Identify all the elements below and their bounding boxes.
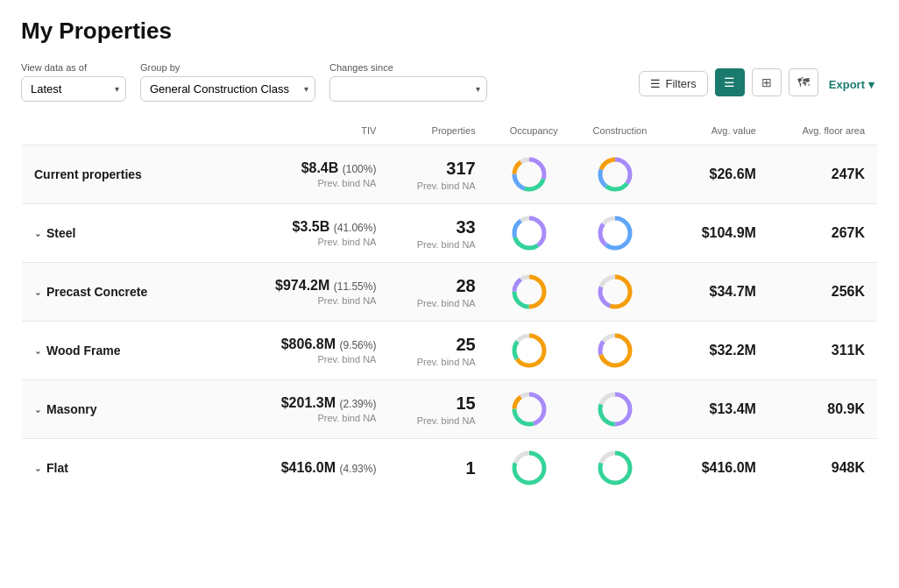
row-properties: 28 Prev. bind NA (388, 263, 487, 322)
row-occupancy (488, 263, 570, 322)
table-row: ⌄ Flat $416.0M (4.93%) 1 $416.0M 948K (22, 439, 878, 498)
page-title: My Properties (21, 18, 878, 45)
filters-label: Filters (665, 77, 696, 90)
row-construction (570, 145, 660, 204)
row-avg-floor: 256K (768, 263, 878, 322)
row-properties: 317 Prev. bind NA (388, 145, 487, 204)
expand-icon[interactable]: ⌄ (34, 229, 41, 238)
changes-since-select-wrapper: ▾ (329, 76, 487, 102)
row-label: Precast Concrete (46, 285, 147, 299)
group-by-select[interactable]: General Construction Class (140, 76, 315, 102)
table-row: ⌄ Masonry $201.3M (2.39%) Prev. bind NA … (22, 380, 878, 439)
row-tiv: $806.8M (9.56%) Prev. bind NA (240, 322, 389, 380)
row-tiv: $8.4B (100%) Prev. bind NA (240, 145, 389, 204)
group-by-group: Group by General Construction Class ▾ (140, 62, 315, 102)
row-properties: 15 Prev. bind NA (388, 380, 487, 439)
row-construction (570, 204, 660, 263)
row-occupancy (488, 380, 570, 439)
row-label: Steel (46, 226, 75, 240)
col-header-avg-floor: Avg. floor area (768, 117, 878, 145)
view-data-group: View data as of Latest ▾ (21, 62, 126, 102)
row-properties: 1 (388, 439, 487, 498)
list-icon: ☰ (724, 75, 735, 89)
col-header-avg-value: Avg. value (659, 117, 768, 145)
row-name-cell: ⌄ Steel (22, 204, 240, 263)
table-row: ⌄ Steel $3.5B (41.06%) Prev. bind NA 33 … (22, 204, 878, 263)
map-icon: 🗺 (797, 75, 810, 89)
view-data-label: View data as of (21, 62, 126, 73)
row-properties: 33 Prev. bind NA (388, 204, 487, 263)
view-data-select-wrapper: Latest ▾ (21, 76, 126, 102)
col-header-occupancy: Occupancy (488, 117, 570, 145)
row-avg-value: $34.7M (659, 263, 768, 322)
row-name-cell: ⌄ Flat (22, 439, 240, 498)
row-avg-value: $32.2M (659, 322, 768, 380)
row-avg-floor: 948K (768, 439, 878, 498)
row-label: Current properties (34, 167, 142, 181)
list-view-button[interactable]: ☰ (715, 68, 745, 96)
table-row: ⌄ Precast Concrete $974.2M (11.55%) Prev… (22, 263, 878, 322)
row-avg-floor: 267K (768, 204, 878, 263)
export-label: Export (829, 78, 865, 91)
filter-icon: ☰ (650, 77, 661, 90)
row-construction (570, 322, 660, 380)
col-header-name (22, 117, 240, 145)
row-name-cell: ⌄ Precast Concrete (22, 263, 240, 322)
row-avg-floor: 80.9K (768, 380, 878, 439)
group-by-label: Group by (140, 62, 315, 73)
export-chevron-icon: ▾ (868, 78, 874, 91)
row-properties: 25 Prev. bind NA (388, 322, 487, 380)
changes-since-select[interactable] (329, 76, 487, 102)
row-avg-value: $104.9M (659, 204, 768, 263)
grid-icon: ⊞ (761, 75, 772, 89)
expand-icon[interactable]: ⌄ (34, 287, 41, 297)
row-construction (570, 380, 660, 439)
table-row: ⌄ Wood Frame $806.8M (9.56%) Prev. bind … (22, 322, 878, 380)
col-header-tiv: TIV (240, 117, 389, 145)
grid-view-button[interactable]: ⊞ (752, 68, 782, 96)
row-label: Wood Frame (46, 344, 121, 358)
row-construction (570, 439, 660, 498)
row-avg-floor: 247K (768, 145, 878, 204)
toolbar: View data as of Latest ▾ Group by Genera… (21, 62, 878, 102)
expand-icon[interactable]: ⌄ (34, 464, 41, 473)
expand-icon[interactable]: ⌄ (34, 346, 41, 356)
row-occupancy (488, 145, 570, 204)
expand-icon[interactable]: ⌄ (34, 405, 41, 414)
row-avg-value: $416.0M (659, 439, 768, 498)
row-label: Flat (46, 461, 68, 475)
map-view-button[interactable]: 🗺 (789, 68, 818, 96)
changes-since-label: Changes since (329, 62, 487, 73)
export-button[interactable]: Export ▾ (825, 73, 878, 96)
row-name-cell: ⌄ Masonry (22, 380, 240, 439)
row-avg-floor: 311K (768, 322, 878, 380)
properties-table: TIV Properties Occupancy Construction Av… (21, 116, 878, 498)
table-row: Current properties $8.4B (100%) Prev. bi… (22, 145, 878, 204)
col-header-construction: Construction (570, 117, 660, 145)
row-occupancy (488, 439, 570, 498)
col-header-properties: Properties (388, 117, 487, 145)
row-avg-value: $13.4M (659, 380, 768, 439)
row-avg-value: $26.6M (659, 145, 768, 204)
table-header-row: TIV Properties Occupancy Construction Av… (22, 117, 878, 145)
row-tiv: $974.2M (11.55%) Prev. bind NA (240, 263, 389, 322)
row-label: Masonry (46, 402, 97, 416)
row-occupancy (488, 204, 570, 263)
changes-since-group: Changes since ▾ (329, 62, 487, 102)
row-name-cell: Current properties (22, 145, 240, 204)
row-tiv: $201.3M (2.39%) Prev. bind NA (240, 380, 389, 439)
row-name-cell: ⌄ Wood Frame (22, 322, 240, 380)
row-construction (570, 263, 660, 322)
row-tiv: $416.0M (4.93%) (240, 439, 389, 498)
row-occupancy (488, 322, 570, 380)
group-by-select-wrapper: General Construction Class ▾ (140, 76, 315, 102)
view-data-select[interactable]: Latest (21, 76, 126, 102)
filters-button[interactable]: ☰ Filters (639, 71, 707, 96)
toolbar-actions: ☰ Filters ☰ ⊞ 🗺 Export ▾ (639, 68, 878, 96)
row-tiv: $3.5B (41.06%) Prev. bind NA (240, 204, 389, 263)
